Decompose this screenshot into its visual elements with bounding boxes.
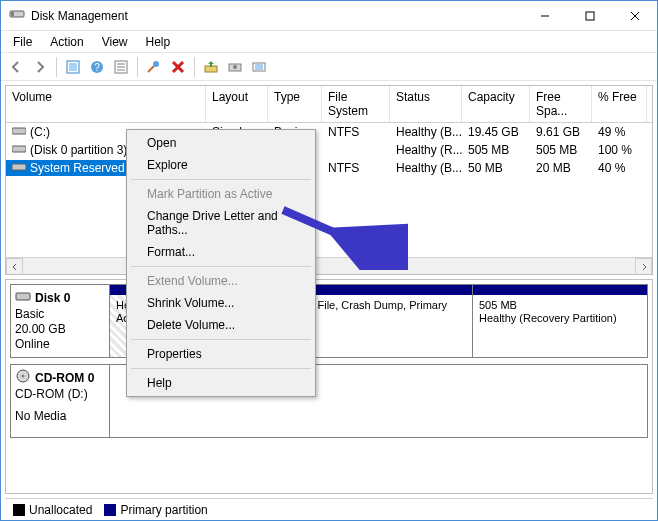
delete-icon[interactable]	[167, 56, 189, 78]
horizontal-scrollbar[interactable]	[6, 257, 652, 274]
col-type[interactable]: Type	[268, 86, 322, 122]
column-headers: Volume Layout Type File System Status Ca…	[6, 86, 652, 123]
cm-change-drive-letter[interactable]: Change Drive Letter and Paths...	[129, 205, 313, 241]
svg-rect-25	[12, 146, 26, 152]
svg-point-19	[233, 65, 237, 69]
cdrom-icon	[15, 369, 31, 386]
action2-icon[interactable]	[224, 56, 246, 78]
volume-row[interactable]: (Disk 0 partition 3) Simple Basic Health…	[6, 141, 652, 159]
col-volume[interactable]: Volume	[6, 86, 206, 122]
titlebar: Disk Management	[1, 1, 657, 31]
close-button[interactable]	[612, 1, 657, 31]
volume-row[interactable]: (C:) Simple Basic NTFS Healthy (B... 19.…	[6, 123, 652, 141]
col-status[interactable]: Status	[390, 86, 462, 122]
window-title: Disk Management	[31, 9, 128, 23]
svg-point-29	[22, 375, 25, 378]
cm-shrink-volume[interactable]: Shrink Volume...	[129, 292, 313, 314]
menu-help[interactable]: Help	[138, 33, 179, 51]
cm-delete-volume[interactable]: Delete Volume...	[129, 314, 313, 336]
drive-icon	[12, 161, 26, 175]
svg-rect-7	[69, 63, 77, 71]
menu-action[interactable]: Action	[42, 33, 91, 51]
col-percent-free[interactable]: % Free	[592, 86, 647, 122]
partition-recovery[interactable]: 505 MBHealthy (Recovery Partition)	[473, 284, 648, 358]
svg-rect-1	[11, 12, 14, 16]
legend-unallocated: Unallocated	[13, 503, 92, 517]
disk-icon	[15, 289, 31, 306]
toolbar: ?	[1, 53, 657, 81]
legend: Unallocated Primary partition	[5, 498, 653, 520]
cm-help[interactable]: Help	[129, 372, 313, 394]
drive-icon	[12, 125, 26, 139]
drive-icon	[12, 143, 26, 157]
cm-mark-active: Mark Partition as Active	[129, 183, 313, 205]
scroll-left-icon[interactable]	[6, 258, 23, 275]
cdrom-row: CD-ROM 0 CD-ROM (D:) No Media	[10, 364, 648, 438]
svg-rect-3	[586, 12, 594, 20]
menubar: File Action View Help	[1, 31, 657, 53]
cm-format[interactable]: Format...	[129, 241, 313, 263]
disk0-row: Disk 0 Basic 20.00 GB Online Healthy (Sy…	[10, 284, 648, 358]
cm-extend-volume: Extend Volume...	[129, 270, 313, 292]
refresh-icon[interactable]	[62, 56, 84, 78]
cdrom-label[interactable]: CD-ROM 0 CD-ROM (D:) No Media	[10, 364, 110, 438]
disk0-label[interactable]: Disk 0 Basic 20.00 GB Online	[10, 284, 110, 358]
scroll-right-icon[interactable]	[635, 258, 652, 275]
action1-icon[interactable]	[200, 56, 222, 78]
col-capacity[interactable]: Capacity	[462, 86, 530, 122]
col-free[interactable]: Free Spa...	[530, 86, 592, 122]
svg-rect-27	[16, 293, 30, 300]
cm-properties[interactable]: Properties	[129, 343, 313, 365]
forward-button[interactable]	[29, 56, 51, 78]
action3-icon[interactable]	[248, 56, 270, 78]
cm-open[interactable]: Open	[129, 132, 313, 154]
svg-text:?: ?	[94, 62, 100, 73]
col-layout[interactable]: Layout	[206, 86, 268, 122]
graphical-view: Disk 0 Basic 20.00 GB Online Healthy (Sy…	[5, 279, 653, 494]
cm-explore[interactable]: Explore	[129, 154, 313, 176]
col-filesystem[interactable]: File System	[322, 86, 390, 122]
legend-primary: Primary partition	[104, 503, 207, 517]
svg-rect-24	[12, 128, 26, 134]
help-icon[interactable]: ?	[86, 56, 108, 78]
svg-point-14	[153, 61, 159, 67]
maximize-button[interactable]	[567, 1, 612, 31]
menu-file[interactable]: File	[5, 33, 40, 51]
menu-view[interactable]: View	[94, 33, 136, 51]
volume-row-selected[interactable]: System Reserved (E:) Simple Basic NTFS H…	[6, 159, 652, 177]
settings-icon[interactable]	[143, 56, 165, 78]
minimize-button[interactable]	[522, 1, 567, 31]
context-menu: Open Explore Mark Partition as Active Ch…	[126, 129, 316, 397]
back-button[interactable]	[5, 56, 27, 78]
properties-icon[interactable]	[110, 56, 132, 78]
app-icon	[9, 6, 25, 25]
svg-rect-26	[12, 164, 26, 170]
disk-management-window: Disk Management File Action View Help ? …	[0, 0, 658, 521]
volume-list[interactable]: Volume Layout Type File System Status Ca…	[5, 85, 653, 275]
